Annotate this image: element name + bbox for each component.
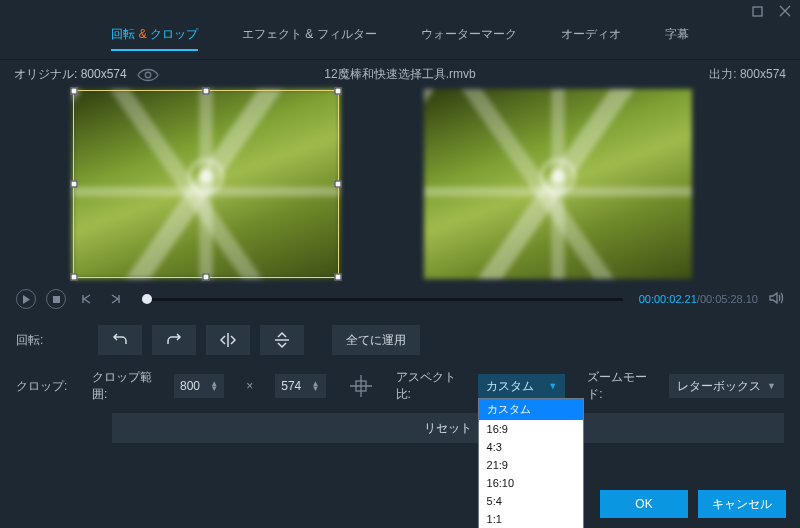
tab-audio[interactable]: オーディオ xyxy=(561,26,621,51)
chevron-down-icon: ▼ xyxy=(548,381,557,391)
aspect-option[interactable]: 16:10 xyxy=(479,474,583,492)
center-crop-icon[interactable] xyxy=(348,373,374,399)
aspect-ratio-dropdown: カスタム16:94:321:916:105:41:19:16 xyxy=(478,398,584,528)
tab-watermark[interactable]: ウォーターマーク xyxy=(421,26,517,51)
tab-bar: 回転 & クロップ エフェクト & フィルター ウォーターマーク オーディオ 字… xyxy=(0,22,800,60)
aspect-ratio-label: アスペクト比: xyxy=(396,369,456,403)
window-maximize-icon[interactable] xyxy=(750,4,764,18)
zoom-mode-select[interactable]: レターボックス▼ xyxy=(669,374,784,398)
reset-button[interactable]: リセット xyxy=(112,413,784,443)
aspect-ratio-select[interactable]: カスタム▼ カスタム16:94:321:916:105:41:19:16 xyxy=(478,374,566,398)
ok-button[interactable]: OK xyxy=(600,490,688,518)
flip-vertical-button[interactable] xyxy=(260,325,304,355)
cancel-button[interactable]: キャンセル xyxy=(698,490,786,518)
volume-icon[interactable] xyxy=(768,290,784,309)
preview-eye-icon[interactable] xyxy=(137,68,159,82)
original-preview[interactable] xyxy=(72,89,340,279)
crop-range-label: クロップ範囲: xyxy=(92,369,152,403)
svg-rect-0 xyxy=(753,7,762,16)
crop-height-input[interactable]: 574▲▼ xyxy=(275,374,325,398)
output-size-label: 出力: 800x574 xyxy=(709,66,786,83)
aspect-option[interactable]: 4:3 xyxy=(479,438,583,456)
flip-horizontal-button[interactable] xyxy=(206,325,250,355)
apply-all-button[interactable]: 全てに運用 xyxy=(332,325,420,355)
tab-rotate-crop[interactable]: 回転 & クロップ xyxy=(111,26,198,51)
rotate-cw-button[interactable] xyxy=(152,325,196,355)
aspect-option[interactable]: 5:4 xyxy=(479,492,583,510)
aspect-option[interactable]: 1:1 xyxy=(479,510,583,528)
crop-width-input[interactable]: 800▲▼ xyxy=(174,374,224,398)
svg-point-1 xyxy=(145,72,151,78)
prev-frame-button[interactable] xyxy=(76,289,96,309)
tab-subtitle[interactable]: 字幕 xyxy=(665,26,689,51)
stop-button[interactable] xyxy=(46,289,66,309)
next-frame-button[interactable] xyxy=(106,289,126,309)
svg-rect-2 xyxy=(53,296,60,303)
tab-effect-filter[interactable]: エフェクト & フィルター xyxy=(242,26,377,51)
zoom-mode-label: ズームモード: xyxy=(587,369,647,403)
aspect-option[interactable]: 16:9 xyxy=(479,420,583,438)
seek-slider[interactable] xyxy=(142,298,623,301)
rotate-label: 回転: xyxy=(16,332,70,349)
rotate-ccw-button[interactable] xyxy=(98,325,142,355)
timecode: 00:00:02.21/00:05:28.10 xyxy=(639,293,758,305)
aspect-option[interactable]: カスタム xyxy=(479,399,583,420)
play-button[interactable] xyxy=(16,289,36,309)
aspect-option[interactable]: 21:9 xyxy=(479,456,583,474)
output-preview xyxy=(424,89,692,279)
original-size-label: オリジナル: 800x574 xyxy=(14,66,127,83)
crop-label: クロップ: xyxy=(16,378,70,395)
chevron-down-icon: ▼ xyxy=(767,381,776,391)
window-close-icon[interactable] xyxy=(778,4,792,18)
